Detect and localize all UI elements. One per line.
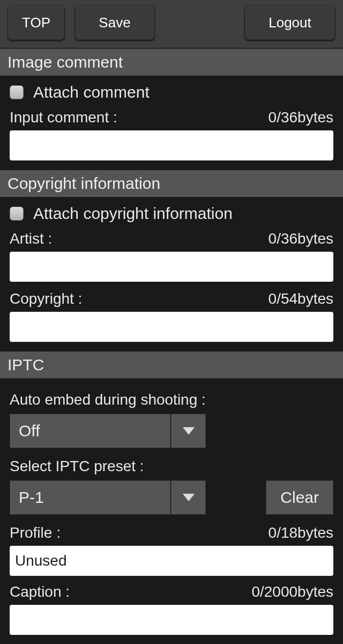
caption-counter: 0/2000bytes: [251, 583, 333, 601]
attach-copyright-label: Attach copyright information: [33, 204, 233, 223]
section-body-iptc: Auto embed during shooting : Off Select …: [0, 378, 343, 644]
section-body-copyright: Attach copyright information Artist : 0/…: [0, 197, 343, 352]
attach-comment-label: Attach comment: [33, 83, 150, 101]
logout-button[interactable]: Logout: [244, 5, 335, 40]
copyright-counter: 0/54bytes: [269, 290, 333, 308]
profile-field[interactable]: [10, 546, 333, 576]
artist-field[interactable]: [10, 252, 333, 282]
auto-embed-select[interactable]: Off: [10, 414, 170, 448]
section-header-copyright: Copyright information: [0, 170, 343, 197]
attach-copyright-row: Attach copyright information: [10, 204, 333, 223]
top-button[interactable]: TOP: [8, 5, 65, 40]
artist-label-row: Artist : 0/36bytes: [10, 230, 333, 247]
input-comment-label: Input comment :: [10, 109, 117, 126]
select-preset-label: Select IPTC preset :: [10, 458, 333, 475]
input-comment-counter: 0/36bytes: [269, 109, 333, 126]
select-preset-caret[interactable]: [170, 480, 206, 515]
caption-field[interactable]: [10, 605, 333, 635]
profile-counter: 0/18bytes: [269, 524, 333, 541]
input-comment-field[interactable]: [10, 130, 333, 160]
input-comment-label-row: Input comment : 0/36bytes: [10, 109, 333, 126]
copyright-label-row: Copyright : 0/54bytes: [10, 290, 333, 308]
auto-embed-caret[interactable]: [170, 414, 206, 448]
select-preset-select[interactable]: P-1: [10, 480, 170, 515]
select-preset-row: P-1 Clear: [10, 480, 333, 515]
clear-button[interactable]: Clear: [266, 480, 333, 515]
artist-counter: 0/36bytes: [269, 230, 333, 247]
chevron-down-icon: [183, 427, 195, 435]
toolbar: TOP Save Logout: [0, 0, 343, 49]
save-button[interactable]: Save: [74, 5, 155, 40]
copyright-label: Copyright :: [10, 290, 82, 308]
auto-embed-select-row: Off: [10, 414, 333, 448]
attach-copyright-checkbox[interactable]: [10, 207, 24, 221]
chevron-down-icon: [183, 494, 195, 501]
section-header-image-comment: Image comment: [0, 49, 343, 76]
profile-label-row: Profile : 0/18bytes: [10, 524, 333, 541]
section-header-iptc: IPTC: [0, 352, 343, 378]
attach-comment-row: Attach comment: [10, 83, 333, 101]
profile-label: Profile :: [10, 524, 61, 541]
section-body-image-comment: Attach comment Input comment : 0/36bytes: [0, 76, 343, 170]
attach-comment-checkbox[interactable]: [10, 85, 24, 99]
caption-label-row: Caption : 0/2000bytes: [10, 583, 333, 601]
copyright-field[interactable]: [10, 312, 333, 342]
artist-label: Artist :: [10, 230, 52, 247]
auto-embed-label: Auto embed during shooting :: [10, 391, 333, 408]
caption-label: Caption :: [10, 583, 70, 601]
